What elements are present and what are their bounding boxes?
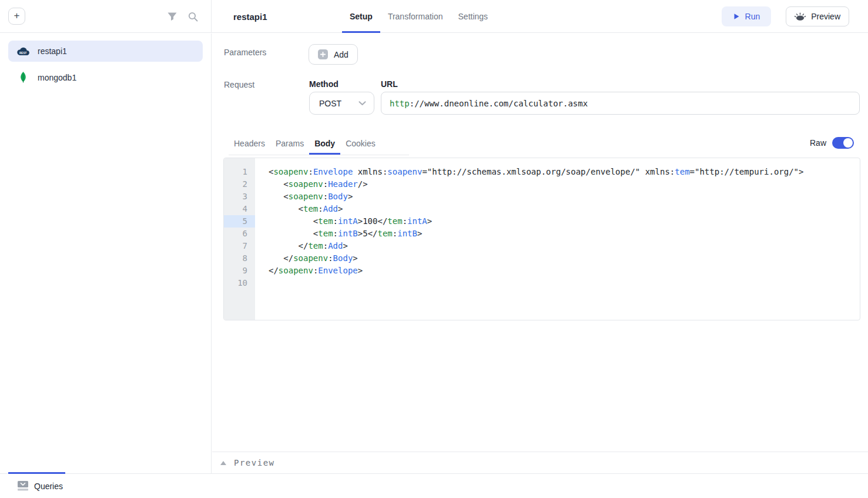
setup-panel: Parameters Add Request Method POST URL h… (212, 34, 868, 473)
app-window: + restapi1 Setup Transformation Settings (0, 0, 868, 498)
method-value: POST (319, 99, 341, 108)
tab-setup[interactable]: Setup (342, 0, 380, 33)
main-header: restapi1 Setup Transformation Settings R… (212, 0, 868, 33)
eye-icon (795, 12, 806, 21)
line-number: 5 (224, 215, 255, 228)
sidebar-toolbar: + (0, 0, 212, 33)
tab-params[interactable]: Params (270, 133, 309, 155)
plus-square-icon (318, 49, 328, 59)
url-value: ://www.dneonline.com/calculator.asmx (410, 99, 588, 108)
sidebar: REST restapi1 mongodb1 (0, 34, 212, 473)
code-line[interactable]: </soapenv:Envelope> (255, 265, 860, 277)
funnel-icon (167, 12, 177, 21)
line-number: 7 (224, 240, 255, 252)
line-number: 3 (224, 190, 255, 203)
url-label: URL (381, 79, 398, 89)
filter-button[interactable] (166, 11, 178, 22)
preview-label: Preview (811, 12, 840, 21)
line-number: 2 (224, 178, 255, 190)
play-icon (733, 13, 740, 20)
search-icon (188, 12, 198, 22)
add-label: Add (334, 50, 348, 59)
line-number: 10 (224, 277, 255, 289)
raw-label: Raw (810, 138, 826, 148)
code-line[interactable]: <tem:Add> (255, 203, 860, 215)
sidebar-item-restapi1[interactable]: REST restapi1 (8, 41, 203, 62)
new-item-button[interactable]: + (8, 8, 25, 25)
parameters-label: Parameters (224, 48, 266, 57)
sidebar-item-label: restapi1 (38, 46, 67, 56)
rest-api-icon: REST (16, 47, 30, 56)
line-number: 4 (224, 203, 255, 215)
code-line[interactable]: </soapenv:Body> (255, 252, 860, 265)
chevron-down-icon (358, 101, 366, 106)
code-line[interactable] (255, 277, 860, 289)
code-line[interactable]: <soapenv:Envelope xmlns:soapenv="http://… (255, 166, 860, 178)
code-editor[interactable]: 12345678910 <soapenv:Envelope xmlns:soap… (223, 158, 860, 320)
tab-cookies[interactable]: Cookies (340, 133, 381, 155)
add-parameter-button[interactable]: Add (309, 44, 358, 65)
tab-body[interactable]: Body (309, 133, 340, 155)
queries-tab[interactable]: Queries (18, 474, 63, 498)
url-scheme: http (390, 99, 410, 108)
tab-transformation[interactable]: Transformation (380, 0, 451, 33)
line-number: 8 (224, 252, 255, 265)
code-line[interactable]: <tem:intA>100</tem:intA> (255, 215, 860, 228)
header-tabs: Setup Transformation Settings (342, 0, 495, 33)
tab-headers[interactable]: Headers (229, 133, 270, 155)
line-number: 6 (224, 228, 255, 240)
sidebar-item-label: mongodb1 (38, 73, 76, 82)
svg-text:REST: REST (19, 51, 27, 54)
preview-button[interactable]: Preview (786, 6, 849, 26)
line-number: 1 (224, 166, 255, 178)
code-line[interactable]: </tem:Add> (255, 240, 860, 252)
queries-label: Queries (34, 482, 63, 491)
triangle-up-icon (220, 461, 226, 465)
mongodb-icon (16, 72, 30, 83)
request-label: Request (224, 80, 254, 89)
search-button[interactable] (187, 11, 199, 22)
page-title: restapi1 (233, 0, 267, 33)
header-actions: Run Preview (722, 6, 849, 26)
method-label: Method (309, 79, 339, 89)
method-select[interactable]: POST (309, 92, 374, 115)
code-line[interactable]: <soapenv:Header/> (255, 178, 860, 190)
url-input[interactable]: http://www.dneonline.com/calculator.asmx (381, 92, 860, 115)
sidebar-item-mongodb1[interactable]: mongodb1 (8, 67, 203, 88)
editor-gutter: 12345678910 (224, 158, 255, 320)
request-body-tabs: Headers Params Body Cookies (229, 133, 409, 155)
tab-settings[interactable]: Settings (451, 0, 496, 33)
raw-toggle[interactable] (832, 137, 854, 149)
code-line[interactable]: <soapenv:Body> (255, 190, 860, 203)
line-number: 9 (224, 265, 255, 277)
preview-panel-toggle[interactable]: Preview (212, 452, 868, 473)
run-button[interactable]: Run (722, 6, 772, 26)
bottom-bar: Queries (0, 473, 868, 498)
raw-toggle-row: Raw (810, 137, 854, 149)
code-line[interactable]: <tem:intB>5</tem:intB> (255, 228, 860, 240)
run-label: Run (745, 12, 760, 21)
toggle-knob (843, 138, 853, 148)
top-bar: + restapi1 Setup Transformation Settings (0, 0, 868, 33)
queries-icon (18, 481, 28, 491)
preview-panel-label: Preview (234, 458, 275, 467)
editor-code[interactable]: <soapenv:Envelope xmlns:soapenv="http://… (255, 158, 860, 320)
